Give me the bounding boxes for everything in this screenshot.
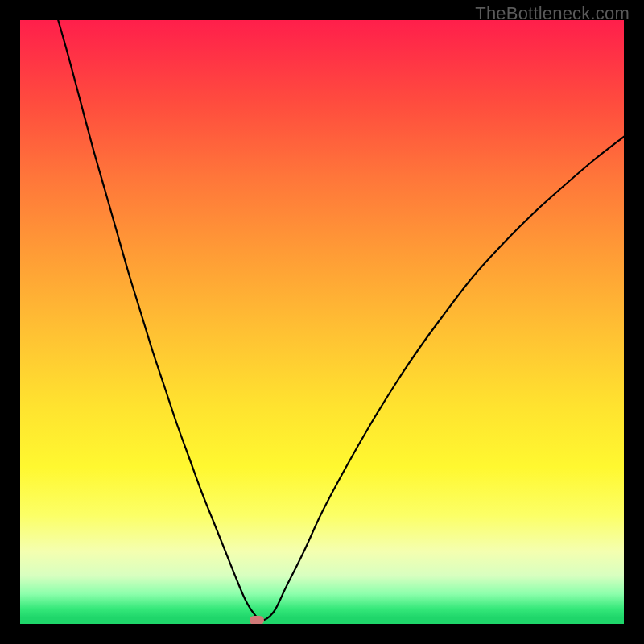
optimum-marker — [250, 616, 264, 624]
plot-area — [20, 20, 624, 624]
watermark-text: TheBottleneck.com — [475, 3, 630, 24]
bottleneck-curve — [20, 20, 624, 624]
chart-frame: TheBottleneck.com — [0, 0, 644, 644]
